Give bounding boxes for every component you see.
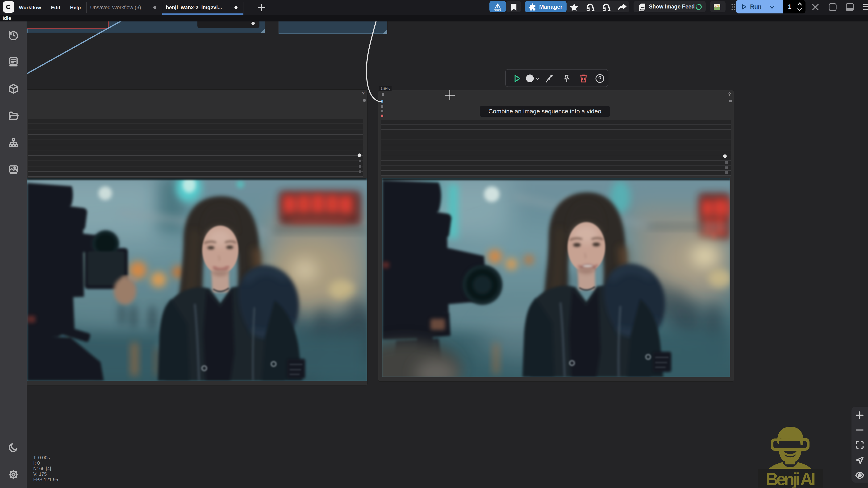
svg-text:Benji AI: Benji AI (766, 469, 816, 488)
